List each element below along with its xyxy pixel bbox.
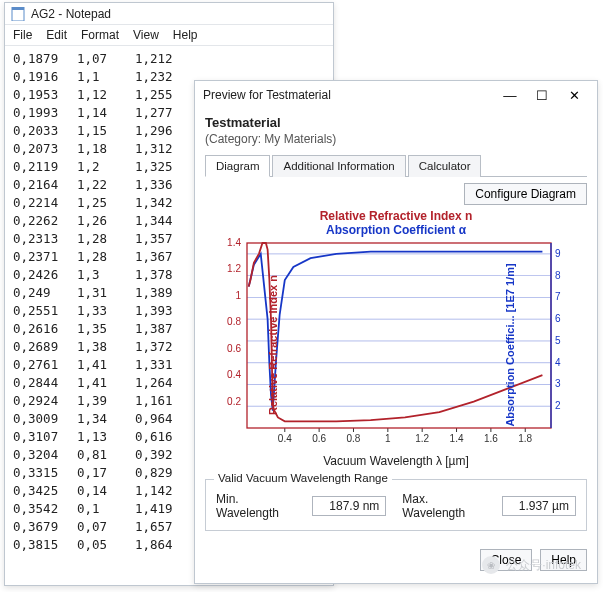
menu-edit[interactable]: Edit (46, 28, 67, 42)
svg-text:8: 8 (555, 270, 561, 281)
chart-legend-n: Relative Refractive Index n (207, 209, 585, 223)
wavelength-range-group: Valid Vacuum Wavelength Range Min. Wavel… (205, 479, 587, 531)
svg-text:1.4: 1.4 (227, 237, 241, 248)
tab-diagram[interactable]: Diagram (205, 155, 270, 177)
configure-diagram-button[interactable]: Configure Diagram (464, 183, 587, 205)
svg-text:1: 1 (235, 290, 241, 301)
svg-text:0.8: 0.8 (347, 433, 361, 444)
max-wavelength-field[interactable]: 1.937 µm (502, 496, 576, 516)
y-axis-left-label: Relative Refractive Index n (267, 274, 279, 414)
max-wavelength-label: Max. Wavelength (402, 492, 494, 520)
svg-text:0.4: 0.4 (227, 369, 241, 380)
svg-text:1: 1 (385, 433, 391, 444)
svg-text:1.4: 1.4 (450, 433, 464, 444)
svg-text:1.2: 1.2 (227, 263, 241, 274)
svg-text:3: 3 (555, 378, 561, 389)
wechat-icon: ❀ (482, 556, 500, 574)
notepad-titlebar: AG2 - Notepad (5, 3, 333, 25)
min-wavelength-field[interactable]: 187.9 nm (312, 496, 386, 516)
y-axis-right-label: Absorption Coeffici... [1E7 1/m] (503, 263, 515, 426)
material-category: (Category: My Materials) (205, 132, 587, 146)
svg-text:9: 9 (555, 248, 561, 259)
svg-text:5: 5 (555, 335, 561, 346)
preview-titlebar: Preview for Testmaterial — ☐ ✕ (195, 81, 597, 109)
min-wavelength-label: Min. Wavelength (216, 492, 304, 520)
watermark: ❀ 公众号·infotek (482, 556, 581, 574)
preview-window: Preview for Testmaterial — ☐ ✕ Testmater… (194, 80, 598, 584)
svg-text:0.6: 0.6 (312, 433, 326, 444)
menu-view[interactable]: View (133, 28, 159, 42)
menu-file[interactable]: File (13, 28, 32, 42)
data-row: 0,18791,071,212 (13, 50, 325, 68)
maximize-button[interactable]: ☐ (527, 84, 557, 106)
svg-text:2: 2 (555, 400, 561, 411)
tabs: Diagram Additional Information Calculato… (205, 154, 587, 177)
svg-text:1.8: 1.8 (518, 433, 532, 444)
svg-text:4: 4 (555, 357, 561, 368)
chart-plot: 234567890.20.40.60.811.21.40.40.60.811.2… (207, 237, 585, 452)
close-x-button[interactable]: ✕ (559, 84, 589, 106)
menu-help[interactable]: Help (173, 28, 198, 42)
svg-text:0.8: 0.8 (227, 316, 241, 327)
notepad-icon (11, 7, 25, 21)
material-name: Testmaterial (205, 115, 587, 130)
minimize-button[interactable]: — (495, 84, 525, 106)
x-axis-label: Vacuum Wavelength λ [µm] (207, 454, 585, 468)
svg-text:0.6: 0.6 (227, 343, 241, 354)
chart-area: Relative Refractive Index n Absorption C… (207, 209, 585, 469)
chart-legend-a: Absorption Coefficient α (207, 223, 585, 237)
range-group-title: Valid Vacuum Wavelength Range (214, 472, 392, 484)
menu-format[interactable]: Format (81, 28, 119, 42)
svg-text:7: 7 (555, 291, 561, 302)
preview-title: Preview for Testmaterial (203, 88, 331, 102)
watermark-text: 公众号·infotek (506, 557, 581, 574)
svg-text:1.2: 1.2 (415, 433, 429, 444)
tab-calculator[interactable]: Calculator (408, 155, 482, 177)
svg-text:0.4: 0.4 (278, 433, 292, 444)
tab-additional-info[interactable]: Additional Information (272, 155, 405, 177)
svg-text:1.6: 1.6 (484, 433, 498, 444)
svg-text:6: 6 (555, 313, 561, 324)
notepad-menubar: File Edit Format View Help (5, 25, 333, 46)
notepad-title: AG2 - Notepad (31, 7, 111, 21)
svg-text:0.2: 0.2 (227, 396, 241, 407)
svg-rect-1 (12, 7, 24, 10)
